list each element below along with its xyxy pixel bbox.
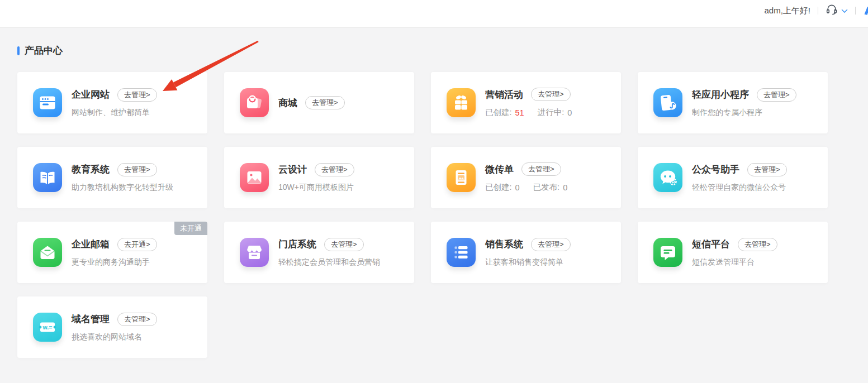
product-card: 公众号助手 去管理> 轻松管理自家的微信公众号 bbox=[638, 147, 828, 208]
product-title: 公众号助手 bbox=[692, 163, 739, 176]
product-card: 轻应用小程序 去管理> 制作您的专属小程序 bbox=[638, 72, 828, 133]
stat-item: 已发布:0 bbox=[533, 182, 568, 193]
page-title: 产品中心 bbox=[25, 44, 63, 57]
stat-value: 0 bbox=[515, 183, 520, 192]
product-description: 制作您的专属小程序 bbox=[692, 108, 796, 118]
product-title: 域名管理 bbox=[72, 313, 110, 325]
notification-partial-icon[interactable] bbox=[863, 6, 868, 16]
product-title: 微传单 bbox=[485, 163, 514, 176]
product-title: 企业邮箱 bbox=[72, 238, 110, 251]
product-title: 商城 bbox=[278, 97, 297, 109]
manage-button[interactable]: 去管理> bbox=[531, 88, 571, 101]
product-card: 商城 去管理> bbox=[224, 72, 414, 133]
header-right-group: adm,上午好! bbox=[764, 4, 868, 17]
manage-button[interactable]: 去管理> bbox=[324, 238, 364, 251]
product-description: 轻松管理自家的微信公众号 bbox=[692, 183, 787, 193]
wechat-icon bbox=[653, 163, 682, 192]
product-title: 教育系统 bbox=[72, 163, 110, 176]
stat-value: 51 bbox=[515, 108, 524, 117]
domain-icon: w.= bbox=[33, 313, 62, 342]
website-icon bbox=[33, 88, 62, 117]
support-menu[interactable] bbox=[826, 4, 848, 17]
stat-value: 0 bbox=[563, 183, 567, 192]
manage-button[interactable]: 去管理> bbox=[747, 163, 787, 176]
flyer-icon bbox=[447, 163, 476, 192]
sales-icon bbox=[447, 238, 476, 267]
stat-label: 已创建: bbox=[485, 107, 512, 118]
manage-button[interactable]: 去管理> bbox=[315, 163, 354, 176]
manage-button[interactable]: 去管理> bbox=[531, 238, 571, 251]
product-title: 销售系统 bbox=[485, 238, 523, 251]
status-badge: 未开通 bbox=[174, 222, 207, 235]
product-title: 门店系统 bbox=[278, 238, 316, 251]
product-card: 短信平台 去管理> 短信发送管理平台 bbox=[638, 222, 828, 283]
top-header-bar: adm,上午好! bbox=[0, 0, 868, 28]
mall-icon bbox=[240, 88, 269, 117]
product-card: w.= 域名管理 去管理> 挑选喜欢的网站域名 bbox=[17, 296, 207, 358]
product-description: 更专业的商务沟通助手 bbox=[72, 257, 157, 267]
product-stats: 已创建:0已发布:0 bbox=[485, 182, 567, 193]
product-description: 网站制作、维护都简单 bbox=[72, 108, 157, 118]
stat-label: 已创建: bbox=[485, 182, 512, 193]
stat-label: 进行中: bbox=[538, 107, 565, 118]
manage-button[interactable]: 去管理> bbox=[117, 88, 157, 102]
product-card: 销售系统 去管理> 让获客和销售变得简单 bbox=[431, 222, 621, 283]
product-card: 门店系统 去管理> 轻松搞定会员管理和会员营销 bbox=[224, 222, 414, 283]
manage-button[interactable]: 去管理> bbox=[305, 96, 345, 109]
section-title: 产品中心 bbox=[17, 44, 868, 57]
product-description: 助力教培机构数字化转型升级 bbox=[72, 183, 173, 193]
mail-icon bbox=[33, 238, 62, 267]
gift-icon bbox=[447, 88, 476, 117]
product-grid: 企业网站 去管理> 网站制作、维护都简单 商城 去管理> 营销活动 去管理> bbox=[17, 72, 868, 358]
manage-button[interactable]: 去管理> bbox=[117, 163, 157, 176]
product-description: 短信发送管理平台 bbox=[692, 257, 777, 267]
miniprogram-icon bbox=[653, 88, 682, 117]
manage-button[interactable]: 去管理> bbox=[117, 313, 157, 326]
user-greeting: adm,上午好! bbox=[764, 6, 810, 16]
product-card: 企业网站 去管理> 网站制作、维护都简单 bbox=[17, 72, 207, 133]
design-icon bbox=[240, 163, 269, 192]
product-description: 让获客和销售变得简单 bbox=[485, 257, 571, 267]
stat-item: 已创建:51 bbox=[485, 107, 524, 118]
product-title: 轻应用小程序 bbox=[692, 88, 749, 101]
stat-item: 进行中:0 bbox=[538, 107, 572, 118]
manage-button[interactable]: 去管理> bbox=[521, 162, 561, 176]
product-stats: 已创建:51进行中:0 bbox=[485, 107, 572, 118]
manage-button[interactable]: 去管理> bbox=[757, 88, 796, 102]
manage-button[interactable]: 去开通> bbox=[117, 238, 157, 251]
product-card: 微传单 去管理> 已创建:0已发布:0 bbox=[431, 147, 621, 208]
product-description: 轻松搞定会员管理和会员营销 bbox=[278, 257, 380, 267]
stat-value: 0 bbox=[567, 108, 572, 117]
product-card: 教育系统 去管理> 助力教培机构数字化转型升级 bbox=[17, 147, 207, 208]
chevron-down-icon[interactable] bbox=[841, 6, 848, 16]
product-title: 云设计 bbox=[278, 163, 307, 176]
header-divider bbox=[818, 7, 818, 15]
product-card: 企业邮箱 去开通> 更专业的商务沟通助手 未开通 bbox=[17, 222, 207, 283]
product-title: 短信平台 bbox=[692, 238, 730, 251]
product-description: 挑选喜欢的网站域名 bbox=[72, 332, 157, 342]
product-card: 营销活动 去管理> 已创建:51进行中:0 bbox=[431, 72, 621, 133]
product-title: 营销活动 bbox=[485, 88, 523, 101]
product-title: 企业网站 bbox=[72, 88, 110, 101]
stat-label: 已发布: bbox=[533, 182, 560, 193]
headset-icon[interactable] bbox=[826, 4, 838, 17]
product-card: 云设计 去管理> 10W+可商用模板图片 bbox=[224, 147, 414, 208]
stat-item: 已创建:0 bbox=[485, 182, 520, 193]
sms-icon bbox=[653, 238, 682, 267]
svg-text:w.=: w.= bbox=[42, 324, 53, 331]
product-description: 10W+可商用模板图片 bbox=[278, 183, 354, 193]
education-icon bbox=[33, 163, 62, 192]
title-accent-bar bbox=[17, 46, 20, 55]
manage-button[interactable]: 去管理> bbox=[738, 238, 777, 251]
header-divider bbox=[855, 7, 856, 15]
store-icon bbox=[240, 238, 269, 267]
